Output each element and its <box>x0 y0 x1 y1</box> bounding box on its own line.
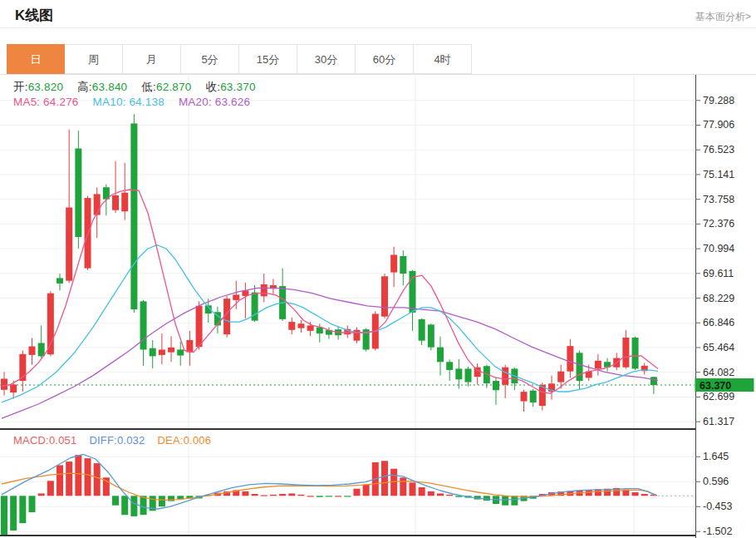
candle[interactable] <box>622 330 629 369</box>
candle[interactable] <box>186 331 193 366</box>
candle[interactable] <box>140 300 147 366</box>
ma5-value: 64.276 <box>43 96 79 108</box>
candle-body <box>121 193 128 212</box>
candle[interactable] <box>428 323 434 350</box>
fundamental-analysis-link[interactable]: 基本面分析> <box>695 10 751 24</box>
candle[interactable] <box>38 325 45 358</box>
candle[interactable] <box>47 291 54 356</box>
candle-body <box>521 392 528 401</box>
candle[interactable] <box>548 376 555 400</box>
macd-bar <box>353 489 360 496</box>
candle-body <box>381 276 388 316</box>
macd-bar <box>381 461 388 496</box>
candle[interactable] <box>85 196 91 270</box>
candle-body <box>288 322 295 330</box>
macd-value: 0.051 <box>49 434 77 447</box>
candle[interactable] <box>577 351 583 391</box>
candle[interactable] <box>288 318 295 334</box>
candle[interactable] <box>419 318 425 345</box>
macd-bar <box>632 492 639 496</box>
candle[interactable] <box>242 283 248 318</box>
candle[interactable] <box>56 274 63 290</box>
diff-label: DIFF: <box>89 434 117 447</box>
candle-body <box>446 362 453 370</box>
candle[interactable] <box>437 337 444 376</box>
ohlc-readout: 开:63.820 高:63.840 低:62.870 收:63.370 <box>13 80 256 95</box>
macd-bar <box>400 477 406 496</box>
macd-bar <box>130 496 137 516</box>
candle[interactable] <box>1 372 7 395</box>
candle[interactable] <box>446 359 453 381</box>
tab-60分[interactable]: 60分 <box>356 44 414 74</box>
title-divider <box>0 27 756 28</box>
candle-body <box>307 325 314 330</box>
candle[interactable] <box>465 367 472 387</box>
macd-bar <box>252 494 258 496</box>
candle[interactable] <box>353 328 360 343</box>
candle[interactable] <box>297 320 304 333</box>
candle[interactable] <box>112 161 119 213</box>
candle[interactable] <box>455 359 462 388</box>
candle[interactable] <box>75 131 81 249</box>
candle[interactable] <box>400 250 406 285</box>
candle[interactable] <box>279 269 286 321</box>
macd-bar <box>112 496 119 505</box>
candle-body <box>140 301 147 349</box>
candle[interactable] <box>632 337 639 370</box>
candle-body <box>66 208 72 281</box>
candle[interactable] <box>474 363 481 385</box>
candle-body <box>1 378 7 389</box>
tab-月[interactable]: 月 <box>123 44 181 74</box>
candle-body <box>10 384 17 392</box>
candle[interactable] <box>159 333 165 364</box>
candle-body <box>455 368 462 379</box>
candle[interactable] <box>168 336 174 362</box>
candle[interactable] <box>641 363 648 375</box>
candle[interactable] <box>493 378 499 405</box>
tab-周[interactable]: 周 <box>65 44 123 74</box>
macd-bar <box>288 493 295 496</box>
candle[interactable] <box>214 307 221 333</box>
open-label: 开: <box>13 81 28 93</box>
candle[interactable] <box>19 351 26 392</box>
macd-bar <box>297 495 304 496</box>
macd-axis-label: 1.645 <box>703 451 729 462</box>
candle[interactable] <box>521 390 528 412</box>
candle-body <box>150 348 156 357</box>
candle[interactable] <box>29 338 36 364</box>
candle[interactable] <box>66 130 72 283</box>
candle[interactable] <box>530 389 537 407</box>
ma5-line <box>2 190 658 393</box>
tab-4时[interactable]: 4时 <box>414 44 472 74</box>
macd-bar <box>641 494 648 496</box>
candle[interactable] <box>381 274 388 318</box>
candle[interactable] <box>409 270 415 331</box>
candle[interactable] <box>363 328 370 352</box>
candle[interactable] <box>130 114 137 313</box>
candle[interactable] <box>344 325 351 338</box>
candle-body <box>400 256 406 274</box>
candle[interactable] <box>150 340 156 368</box>
candle[interactable] <box>390 247 397 287</box>
kline-chart-svg[interactable]: 79.28877.90676.52375.14173.75872.37670.9… <box>0 75 756 538</box>
macd-bar <box>344 496 351 496</box>
kline-chart-area[interactable]: 79.28877.90676.52375.14173.75872.37670.9… <box>0 75 756 538</box>
macd-bar <box>419 487 425 496</box>
tab-30分[interactable]: 30分 <box>297 44 356 74</box>
candle-body <box>47 294 54 355</box>
macd-bar <box>261 495 268 496</box>
diff-value: 0.032 <box>117 434 145 447</box>
macd-axis-label: -1.502 <box>703 526 732 537</box>
macd-bar <box>47 481 54 496</box>
candle[interactable] <box>270 279 277 294</box>
tab-15分[interactable]: 15分 <box>239 44 297 74</box>
price-axis-label: 75.141 <box>703 169 734 180</box>
macd-axis-label: 0.596 <box>703 476 729 487</box>
candle[interactable] <box>484 365 490 388</box>
ma5-label: MA5: <box>13 96 40 108</box>
candle[interactable] <box>604 358 611 372</box>
tab-日[interactable]: 日 <box>7 44 65 74</box>
candle[interactable] <box>502 365 508 398</box>
price-axis-label: 61.317 <box>703 416 734 427</box>
tab-5分[interactable]: 5分 <box>181 44 239 74</box>
